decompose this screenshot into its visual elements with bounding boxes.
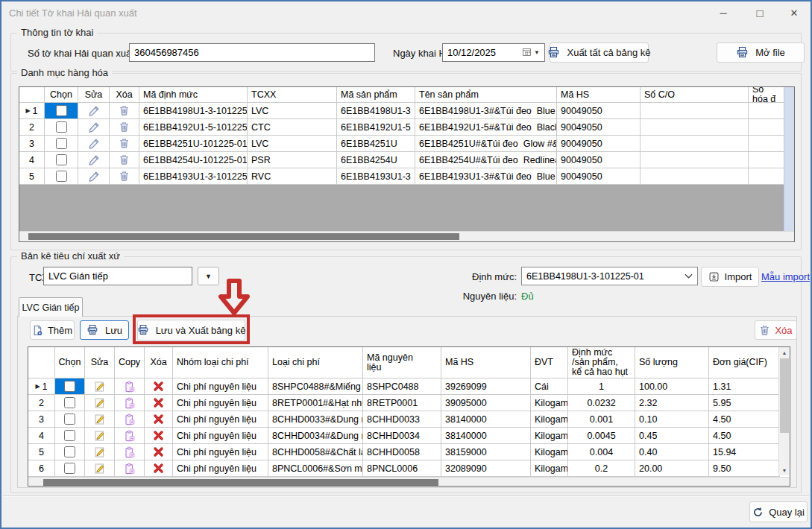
cost-table-vertical-scrollbar[interactable]: ▲ ▼ [778,347,790,475]
column-header-sua[interactable]: Sửa [78,87,110,103]
checkbox-icon[interactable] [64,430,75,441]
checkbox-icon[interactable] [56,121,67,133]
red-x-icon[interactable] [153,381,164,392]
pencil-blue-icon[interactable] [88,105,100,117]
clipboard-copy-icon[interactable] [124,430,136,442]
column-header-sua[interactable]: Sửa [85,347,115,378]
clipboard-copy-icon[interactable] [124,414,136,425]
copy-button[interactable] [115,395,145,411]
pencil-note-icon[interactable] [94,430,106,442]
column-header-ma_hs[interactable]: Mã HS [557,87,641,103]
hscrollbar-thumb[interactable] [43,479,438,486]
xoa-button[interactable] [145,395,173,411]
tcxx-combobox[interactable]: LVC Gián tiếp [43,267,192,285]
copy-button[interactable] [115,444,145,460]
copy-button[interactable] [115,411,145,428]
pencil-note-icon[interactable] [94,381,106,393]
import-button[interactable]: Import [701,267,759,287]
sua-button[interactable] [78,152,110,168]
sua-button[interactable] [85,444,115,460]
pencil-note-icon[interactable] [94,397,106,409]
clipboard-copy-icon[interactable] [124,463,136,475]
column-header-so_hoa_don[interactable]: Số hóa đ [749,87,785,103]
column-header-rowheader[interactable] [28,347,55,378]
checkbox-icon[interactable] [64,446,75,457]
sua-button[interactable] [85,378,115,395]
row-select-checkbox[interactable] [45,103,78,119]
row-select-checkbox[interactable] [55,444,85,460]
xoa-button[interactable] [145,411,173,428]
clipboard-copy-icon[interactable] [124,397,136,409]
column-header-rowheader[interactable] [19,87,45,103]
trash-blue-icon[interactable] [119,138,130,149]
sua-button[interactable] [85,395,115,411]
checkbox-icon[interactable] [56,171,67,182]
back-button[interactable]: Quay lại [749,501,808,522]
red-x-icon[interactable] [153,414,164,425]
row-select-checkbox[interactable] [55,395,85,411]
maximize-button[interactable]: □ [746,1,773,24]
row-select-checkbox[interactable] [45,152,78,168]
pencil-note-icon[interactable] [94,414,106,425]
row-select-checkbox[interactable] [55,460,85,477]
close-button[interactable]: ✕ [781,1,808,24]
checkbox-icon[interactable] [56,154,67,165]
trash-blue-icon[interactable] [119,121,130,133]
row-select-checkbox[interactable] [45,119,78,136]
column-header-ma_san_pham[interactable]: Mã sản phẩm [337,87,415,103]
row-select-checkbox[interactable] [55,428,85,444]
row-select-checkbox[interactable] [55,378,85,395]
minimize-button[interactable]: ─ [710,1,737,24]
copy-button[interactable] [115,460,145,477]
delete-button[interactable]: Xóa [755,320,797,340]
import-template-link[interactable]: Mẫu import [761,271,810,282]
dinh-muc-combobox[interactable]: 6E1BB4198U1-3-101225-01 [521,267,698,285]
sua-button[interactable] [78,119,110,136]
trash-blue-icon[interactable] [119,105,130,116]
sua-button[interactable] [85,428,115,444]
pencil-blue-icon[interactable] [88,154,100,166]
declaration-date-field[interactable]: 10/12/2025 ▼ [442,43,545,62]
chevron-down-icon[interactable]: ▼ [534,49,540,56]
checkbox-icon[interactable] [64,397,75,408]
scroll-up-icon[interactable]: ▲ [779,347,790,358]
sua-button[interactable] [78,136,110,152]
pencil-note-icon[interactable] [94,463,106,475]
xoa-button[interactable] [110,136,139,152]
column-header-don_gia[interactable]: Đơn giá(CIF) [709,347,780,378]
copy-button[interactable] [115,378,145,395]
red-x-icon[interactable] [153,397,164,408]
row-select-checkbox[interactable] [45,136,78,152]
clipboard-copy-icon[interactable] [124,381,136,393]
save-button[interactable]: Lưu [80,320,129,340]
column-header-xoa[interactable]: Xóa [110,87,139,103]
clipboard-copy-icon[interactable] [124,446,136,458]
column-header-loai[interactable]: Loại chi phí [268,347,363,378]
column-header-dvt[interactable]: ĐVT [531,347,568,378]
goods-table-horizontal-scrollbar[interactable] [19,231,794,241]
scroll-down-icon[interactable]: ▼ [779,465,790,475]
pencil-note-icon[interactable] [94,446,106,458]
row-select-checkbox[interactable] [45,168,78,185]
column-header-ma_hs[interactable]: Mã HS [441,347,531,378]
column-header-dinh_muc[interactable]: Định mức /sản phẩm, kể cả hao hụt [568,347,635,378]
sua-button[interactable] [85,460,115,477]
xoa-button[interactable] [110,103,139,119]
column-header-tcxx[interactable]: TCXX [248,87,337,103]
column-header-ma_dinh_muc[interactable]: Mã định mức [139,87,248,103]
copy-button[interactable] [115,428,145,444]
checkbox-icon[interactable] [64,463,75,474]
column-header-so_co[interactable]: Số C/O [641,87,749,103]
trash-blue-icon[interactable] [119,171,130,182]
tcxx-dropdown-button[interactable]: ▼ [198,267,219,285]
column-header-xoa[interactable]: Xóa [145,347,173,378]
export-all-button[interactable]: Xuất tất cả bảng kê [550,42,649,63]
xoa-button[interactable] [145,444,173,460]
trash-blue-icon[interactable] [119,154,130,165]
goods-table-vertical-scrollbar[interactable] [784,87,794,231]
xoa-button[interactable] [110,152,139,168]
declaration-number-input[interactable] [129,43,375,62]
pencil-blue-icon[interactable] [88,138,100,150]
hscrollbar-thumb[interactable] [28,233,459,240]
checkbox-icon[interactable] [56,105,67,116]
